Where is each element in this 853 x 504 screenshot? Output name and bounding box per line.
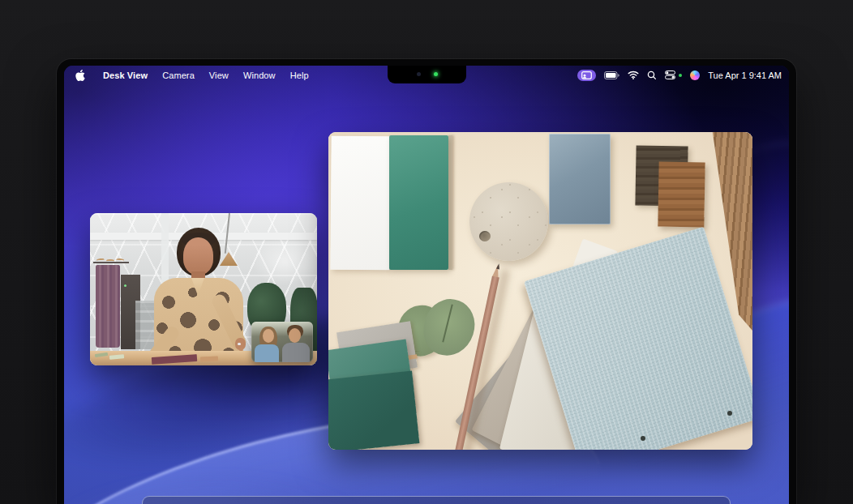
marketing-backdrop: Desk View Camera View Window Help [0,0,853,504]
blue-gray-tile-sample [549,134,611,224]
menu-bar-status: Tue Apr 1 9:41 AM [577,70,789,81]
menu-bar-left: Desk View Camera View Window Help [64,70,316,81]
macbook-display-bezel: Desk View Camera View Window Help [57,59,796,504]
camera-notch [388,66,466,83]
presenter-woman [151,224,250,365]
hanging-garment [96,265,120,348]
screen-with-person-icon [581,71,592,79]
macos-desktop: Desk View Camera View Window Help [64,66,789,504]
desk-swatch [200,356,218,361]
board-edge [448,135,452,270]
camera-lens [417,72,421,76]
wifi-icon[interactable] [628,70,639,79]
menu-camera[interactable]: Camera [155,70,202,80]
remote-woman-face [263,329,274,343]
facetime-call-window[interactable] [90,213,317,365]
felt-disc-hole [479,231,491,241]
window-light [252,237,317,286]
remote-man-face [289,328,301,343]
menu-bar-clock[interactable]: Tue Apr 1 9:41 AM [708,70,782,80]
siri-icon[interactable] [690,70,700,80]
menu-window[interactable]: Window [236,70,283,80]
felt-disc-sample [469,182,548,261]
cabinet-light [124,284,126,287]
control-center-icon[interactable] [665,70,675,79]
brown-wood-sample [658,162,705,228]
dark-teal-square-tile [328,370,419,450]
fabric-snap-button [727,411,732,416]
spotlight-search-icon[interactable] [647,70,657,80]
remote-woman-body [255,344,279,362]
camera-active-dot [679,74,682,77]
face [183,237,213,275]
apple-logo-icon [75,70,85,81]
remote-man-body [282,343,310,362]
white-tile-sample [330,136,390,271]
participants-pip-thumbnail[interactable] [251,322,313,362]
apple-menu[interactable] [75,70,85,81]
teal-tile-sample [389,135,448,270]
hanger [116,258,124,264]
fabric-snap-button [641,436,645,441]
presenter-overlay-pill[interactable] [577,70,596,81]
ring [238,343,241,345]
battery-icon[interactable] [604,71,619,79]
camera-indicator-light [434,72,438,76]
menu-view[interactable]: View [202,70,236,80]
desk-view-window[interactable] [328,132,752,450]
background-window-top-edge[interactable] [142,496,731,504]
menu-help[interactable]: Help [283,70,316,80]
menu-desk-view[interactable]: Desk View [96,70,155,80]
hanger [106,259,114,264]
